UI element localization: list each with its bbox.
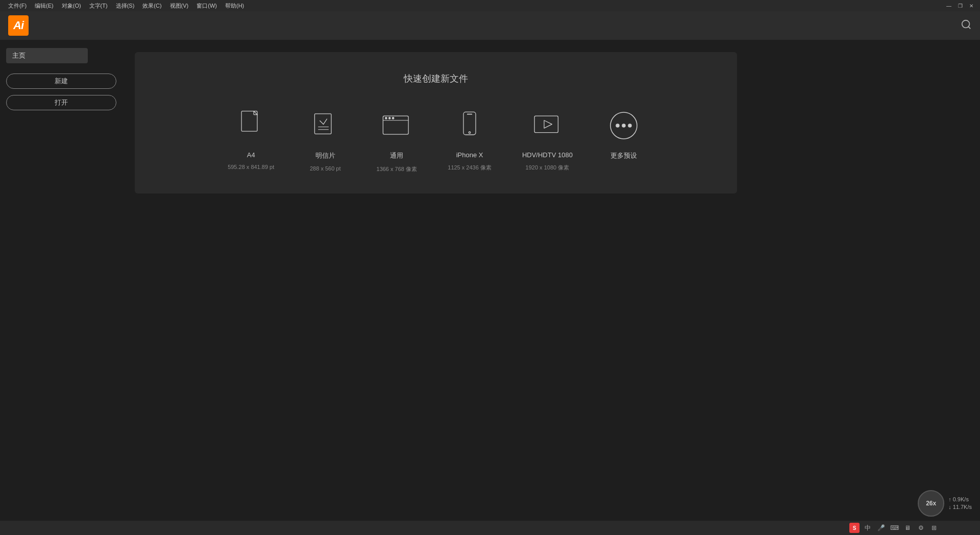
template-more[interactable]: 更多预设: [603, 105, 644, 165]
template-postcard-icon: [305, 105, 346, 146]
home-nav-item[interactable]: 主页: [6, 48, 88, 63]
menu-select[interactable]: 选择(S): [112, 1, 139, 11]
template-a4[interactable]: A4 595.28 x 841.89 pt: [228, 105, 274, 170]
menu-effect[interactable]: 效果(C): [138, 1, 165, 11]
titlebar-right: — ❐ ✕: [944, 1, 976, 10]
menu-text[interactable]: 文字(T): [85, 1, 112, 11]
speed-text: ↑ 0.9K/s ↓ 11.7K/s: [948, 496, 972, 512]
svg-point-10: [389, 117, 390, 119]
appbar: Ai: [0, 11, 980, 40]
template-postcard-size: 288 x 560 pt: [310, 165, 341, 172]
mic-icon[interactable]: 🎤: [876, 523, 886, 533]
main-layout: 主页 新建 打开 快速创建新文件 A4: [0, 40, 980, 535]
menu-window[interactable]: 窗口(W): [192, 1, 221, 11]
template-iphonex[interactable]: iPhone X 1125 x 2436 像素: [448, 105, 492, 172]
template-hdv-size: 1920 x 1080 像素: [526, 164, 570, 172]
grid-icon[interactable]: ⊞: [929, 523, 939, 533]
svg-line-1: [968, 27, 970, 29]
svg-point-14: [469, 132, 470, 133]
keyboard-icon[interactable]: ⌨: [889, 523, 899, 533]
svg-point-19: [622, 124, 625, 127]
menu-help[interactable]: 帮助(H): [221, 1, 248, 11]
svg-rect-12: [463, 112, 476, 135]
svg-rect-2: [241, 111, 257, 131]
svg-point-20: [628, 124, 631, 127]
svg-point-0: [962, 20, 970, 28]
titlebar: 文件(F) 编辑(E) 对象(O) 文字(T) 选择(S) 效果(C) 视图(V…: [0, 0, 980, 11]
template-iphonex-icon: [449, 105, 490, 146]
template-a4-size: 595.28 x 841.89 pt: [228, 164, 274, 170]
menu-file[interactable]: 文件(F): [4, 1, 31, 11]
template-general-icon: [376, 105, 417, 146]
content-area: 快速创建新文件 A4 595.28 x 841.89 pt: [122, 40, 980, 535]
svg-point-11: [393, 117, 394, 119]
monitor-icon[interactable]: 🖥: [902, 523, 913, 533]
sougou-icon[interactable]: S: [849, 523, 860, 533]
close-button[interactable]: ✕: [967, 1, 976, 10]
sidebar-buttons: 新建 打开: [6, 74, 116, 115]
ai-logo: Ai: [8, 15, 29, 36]
menu-edit[interactable]: 编辑(E): [31, 1, 58, 11]
quick-create-panel: 快速创建新文件 A4 595.28 x 841.89 pt: [135, 52, 737, 193]
template-more-icon: [603, 105, 644, 146]
restore-button[interactable]: ❐: [955, 1, 965, 10]
template-hdv-icon: [527, 105, 568, 146]
download-speed: ↓ 11.7K/s: [948, 503, 972, 511]
taskbar-icons: S 中 🎤 ⌨ 🖥 ⚙ ⊞: [849, 523, 939, 533]
upload-speed: ↑ 0.9K/s: [948, 496, 972, 503]
quick-create-title: 快速创建新文件: [165, 72, 706, 85]
template-iphonex-name: iPhone X: [456, 151, 483, 159]
template-postcard-name: 明信片: [315, 151, 335, 160]
menu-view[interactable]: 视图(V): [166, 1, 193, 11]
template-general[interactable]: 通用 1366 x 768 像素: [376, 105, 417, 173]
svg-point-18: [616, 124, 619, 127]
template-grid: A4 595.28 x 841.89 pt 明信片 288 x 56: [165, 105, 706, 173]
titlebar-left: 文件(F) 编辑(E) 对象(O) 文字(T) 选择(S) 效果(C) 视图(V…: [4, 1, 248, 11]
template-more-name: 更多预设: [610, 151, 637, 160]
template-hdv-name: HDV/HDTV 1080: [522, 151, 573, 159]
svg-rect-15: [535, 116, 558, 133]
svg-marker-16: [544, 120, 552, 128]
settings-icon[interactable]: ⚙: [916, 523, 926, 533]
network-widget: 26x ↑ 0.9K/s ↓ 11.7K/s: [918, 490, 972, 517]
minimize-button[interactable]: —: [944, 1, 953, 10]
sidebar: 主页 新建 打开: [0, 40, 122, 535]
template-hdv[interactable]: HDV/HDTV 1080 1920 x 1080 像素: [522, 105, 573, 172]
template-a4-name: A4: [247, 151, 255, 159]
template-iphonex-size: 1125 x 2436 像素: [448, 164, 492, 172]
statusbar: S 中 🎤 ⌨ 🖥 ⚙ ⊞: [0, 521, 980, 535]
template-general-name: 通用: [390, 151, 403, 160]
template-a4-icon: [231, 105, 272, 146]
speed-circle: 26x: [918, 490, 944, 517]
open-button[interactable]: 打开: [6, 95, 116, 110]
search-icon[interactable]: [961, 19, 972, 33]
chinese-input-icon[interactable]: 中: [863, 523, 873, 533]
template-postcard[interactable]: 明信片 288 x 560 pt: [305, 105, 346, 172]
titlebar-menu: 文件(F) 编辑(E) 对象(O) 文字(T) 选择(S) 效果(C) 视图(V…: [4, 1, 248, 11]
template-general-size: 1366 x 768 像素: [377, 165, 418, 173]
svg-point-9: [385, 117, 387, 119]
new-button[interactable]: 新建: [6, 74, 116, 89]
menu-object[interactable]: 对象(O): [58, 1, 85, 11]
